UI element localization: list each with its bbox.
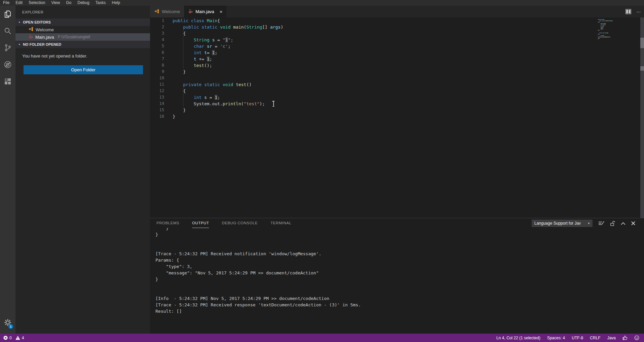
status-crlf[interactable]: CRLF xyxy=(590,336,600,340)
code-editor[interactable]: 1public class Main{2 public static void … xyxy=(150,17,644,218)
menu-item-go[interactable]: Go xyxy=(63,0,74,6)
split-editor-icon[interactable] xyxy=(625,9,631,14)
problems-status[interactable]: 0 4 xyxy=(3,336,24,340)
unlock-scroll-icon[interactable] xyxy=(610,221,615,226)
code-line-4[interactable]: 4 String s = "1"; xyxy=(150,37,644,43)
code-line-9[interactable]: 9 } xyxy=(150,69,644,75)
output-log[interactable]: }} [Trace - 5:24:32 PM] Received notific… xyxy=(155,228,637,314)
explorer-sidebar: EXPLORER ▼ OPEN EDITORS WelcomeMain.java… xyxy=(15,6,150,334)
activity-bar: 1 xyxy=(0,6,15,334)
open-editor-main-java[interactable]: Main.javaF:\VScode\singlell xyxy=(15,33,150,41)
panel-header: PROBLEMSOUTPUTDEBUG CONSOLETERMINAL Lang… xyxy=(150,218,644,228)
menu-item-view[interactable]: View xyxy=(48,0,63,6)
indent-guide xyxy=(183,30,183,69)
tab-welcome[interactable]: Welcome xyxy=(150,6,184,17)
menu-item-edit[interactable]: Edit xyxy=(12,0,26,6)
menu-item-file[interactable]: File xyxy=(0,0,12,6)
breakpoint-gutter[interactable] xyxy=(150,49,155,56)
tab-label: Welcome xyxy=(162,9,180,14)
breakpoint-gutter[interactable] xyxy=(150,107,155,113)
breakpoint-gutter[interactable] xyxy=(150,88,155,94)
output-line: Result: [] xyxy=(155,308,637,314)
code-line-8[interactable]: 8 test(); xyxy=(150,62,644,69)
panel-tab-terminal[interactable]: TERMINAL xyxy=(271,218,291,228)
code-line-11[interactable]: 11 private static void test() xyxy=(150,81,644,88)
no-folder-message: You have not yet opened a folder. xyxy=(15,48,150,61)
code-line-1[interactable]: 1public class Main{ xyxy=(150,17,644,24)
menu-item-debug[interactable]: Debug xyxy=(74,0,92,6)
search-icon[interactable] xyxy=(0,23,15,39)
menu-item-help[interactable]: Help xyxy=(109,0,123,6)
breakpoint-gutter[interactable] xyxy=(150,69,155,75)
breakpoint-gutter[interactable] xyxy=(150,24,155,30)
breakpoint-gutter[interactable] xyxy=(150,17,155,24)
code-line-3[interactable]: 3 { xyxy=(150,30,644,37)
breakpoint-gutter[interactable] xyxy=(150,113,155,120)
error-count: 0 xyxy=(9,336,12,340)
breakpoint-gutter[interactable] xyxy=(150,101,155,107)
code-line-14[interactable]: 14 System.out.println("test"); xyxy=(150,101,644,107)
breakpoint-gutter[interactable] xyxy=(150,43,155,49)
mouse-ibeam-cursor xyxy=(272,101,275,107)
tab-label: Main.java xyxy=(195,9,214,14)
breakpoint-gutter[interactable] xyxy=(150,37,155,43)
code-line-5[interactable]: 5 char sr = 'c'; xyxy=(150,43,644,49)
output-line: [Trace - 5:24:32 PM] Received response '… xyxy=(155,302,637,308)
output-line: Params: { xyxy=(155,257,637,263)
output-channel-select[interactable]: Language Support for Jav ▼ xyxy=(532,220,593,227)
output-line xyxy=(155,244,637,251)
panel-tab-problems[interactable]: PROBLEMS xyxy=(156,218,179,228)
source-control-icon[interactable] xyxy=(0,39,15,56)
close-tab-icon[interactable]: × xyxy=(220,9,223,14)
settings-gear-icon[interactable]: 1 xyxy=(0,314,15,331)
code-line-13[interactable]: 13 int s = 1; xyxy=(150,94,644,101)
feedback-thumbs-up-icon[interactable] xyxy=(622,335,628,340)
breakpoint-gutter[interactable] xyxy=(150,56,155,62)
clear-output-icon[interactable] xyxy=(598,221,604,226)
extensions-icon[interactable] xyxy=(0,73,15,90)
explorer-icon[interactable] xyxy=(0,6,15,23)
code-line-16[interactable]: 16} xyxy=(150,113,644,120)
panel-tab-output[interactable]: OUTPUT xyxy=(192,218,209,228)
status-ln-4-col-22-1-selected-[interactable]: Ln 4, Col 22 (1 selected) xyxy=(496,336,540,340)
breakpoint-gutter[interactable] xyxy=(150,81,155,88)
more-actions-icon[interactable]: ⋯ xyxy=(636,9,641,14)
code-line-12[interactable]: 12 { xyxy=(150,88,644,94)
breakpoint-gutter[interactable] xyxy=(150,75,155,81)
file-label: Welcome xyxy=(36,27,54,32)
output-line: } xyxy=(155,231,637,238)
editor-group: WelcomeMain.java× ⋯ 1public class Main{2… xyxy=(150,6,644,334)
open-editors-header[interactable]: ▼ OPEN EDITORS xyxy=(15,18,150,26)
breakpoint-gutter[interactable] xyxy=(150,62,155,69)
output-line: } xyxy=(155,276,637,282)
menu-item-tasks[interactable]: Tasks xyxy=(93,0,109,6)
close-panel-icon[interactable] xyxy=(631,221,635,225)
code-line-10[interactable]: 10 xyxy=(150,75,644,81)
tab-main-java[interactable]: Main.java× xyxy=(184,6,226,17)
code-line-6[interactable]: 6 int t= 1; xyxy=(150,49,644,56)
open-folder-button[interactable]: Open Folder xyxy=(24,65,143,74)
debug-icon[interactable] xyxy=(0,56,15,73)
minimap[interactable] xyxy=(598,19,640,41)
maximize-panel-icon[interactable] xyxy=(621,222,625,225)
status-spaces-4[interactable]: Spaces: 4 xyxy=(547,336,565,340)
workbench: 1 EXPLORER ▼ OPEN EDITORS WelcomeMain.ja… xyxy=(0,6,644,334)
menu-item-selection[interactable]: Selection xyxy=(26,0,48,6)
line-number: 7 xyxy=(155,56,164,62)
open-editor-welcome[interactable]: Welcome xyxy=(15,26,150,33)
output-line: "message": "Nov 5, 2017 5:24:29 PM >> do… xyxy=(155,270,637,276)
code-line-15[interactable]: 15 } xyxy=(150,107,644,113)
no-folder-header[interactable]: ▼ NO FOLDER OPENED xyxy=(15,41,150,48)
code-line-2[interactable]: 2 public static void main(String[] args) xyxy=(150,24,644,30)
menu-bar: FileEditSelectionViewGoDebugTasksHelp xyxy=(0,0,644,6)
no-folder-label: NO FOLDER OPENED xyxy=(23,42,61,46)
code-line-7[interactable]: 7 t += 1; xyxy=(150,56,644,62)
panel-tab-debug-console[interactable]: DEBUG CONSOLE xyxy=(222,218,258,228)
breakpoint-gutter[interactable] xyxy=(150,30,155,37)
status-java[interactable]: Java xyxy=(607,336,616,340)
line-number: 3 xyxy=(155,30,164,37)
status-utf-8[interactable]: UTF-8 xyxy=(572,336,583,340)
warning-count: 4 xyxy=(22,336,24,340)
smiley-feedback-icon[interactable] xyxy=(634,335,639,340)
breakpoint-gutter[interactable] xyxy=(150,94,155,101)
